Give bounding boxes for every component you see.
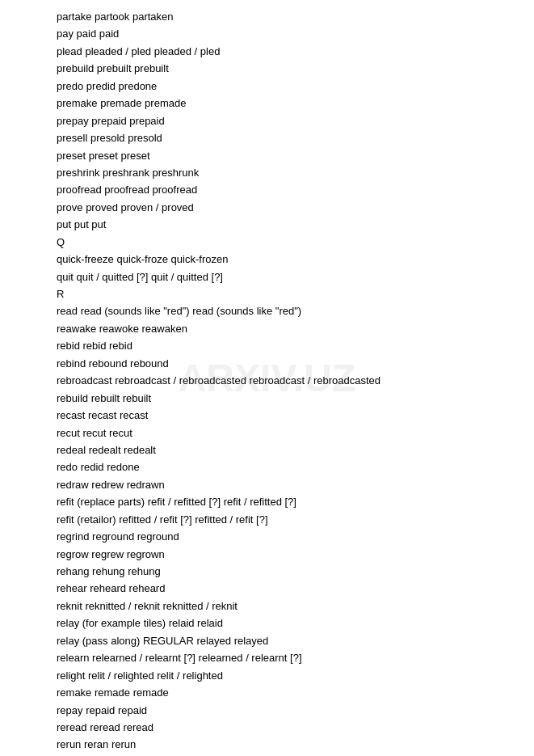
- word-entry: quick-freeze quick-froze quick-frozen: [57, 251, 486, 268]
- word-entry: reread reread reread: [57, 719, 486, 736]
- word-entry: repay repaid repaid: [57, 702, 486, 719]
- word-entry: rerun reran rerun: [57, 736, 486, 753]
- word-entry: reawake reawoke reawaken: [57, 320, 486, 337]
- word-entry: Q: [57, 234, 486, 251]
- word-entry: pay paid paid: [57, 25, 486, 42]
- word-entry: relay (for example tiles) relaid relaid: [57, 615, 486, 631]
- word-entry: rebuild rebuilt rebuilt: [57, 390, 486, 407]
- word-entry: read read (sounds like "red") read (soun…: [57, 302, 486, 319]
- word-entry: recut recut recut: [57, 424, 486, 441]
- word-entry: proofread proofread proofread: [57, 181, 486, 198]
- word-entry: quit quit / quitted [?] quit / quitted […: [57, 268, 486, 285]
- word-entry: redeal redealt redealt: [57, 441, 486, 458]
- word-entry: rebid rebid rebid: [57, 337, 486, 354]
- word-entry: prove proved proven / proved: [57, 199, 486, 216]
- word-entry: preshrink preshrank preshrunk: [57, 164, 486, 181]
- word-entry: redo redid redone: [57, 458, 486, 475]
- word-entry: regrind reground reground: [57, 528, 486, 545]
- word-entry: redraw redrew redrawn: [57, 476, 486, 493]
- word-entry: plead pleaded / pled pleaded / pled: [57, 43, 486, 60]
- word-entry: R: [57, 285, 486, 302]
- word-entry: rebind rebound rebound: [57, 355, 486, 372]
- word-entry: predo predid predone: [57, 78, 486, 95]
- word-entry: relearn relearned / relearnt [?] relearn…: [57, 649, 486, 666]
- word-entry: rehang rehung rehung: [57, 563, 486, 580]
- word-entry: recast recast recast: [57, 407, 486, 424]
- word-entry: rehear reheard reheard: [57, 580, 486, 597]
- word-entry: refit (replace parts) refit / refitted […: [57, 493, 486, 510]
- word-entry: prepay prepaid prepaid: [57, 112, 486, 129]
- word-entry: remake remade remade: [57, 684, 486, 701]
- word-entry: premake premade premade: [57, 95, 486, 112]
- word-entry: relight relit / relighted relit / religh…: [57, 667, 486, 684]
- word-entry: reknit reknitted / reknit reknitted / re…: [57, 598, 486, 615]
- word-entry: preset preset preset: [57, 147, 486, 164]
- word-entry: presell presold presold: [57, 129, 486, 146]
- word-entry: put put put: [57, 216, 486, 233]
- main-content: ARXIV.UZ partake partook partakenpay pai…: [57, 8, 486, 756]
- word-entry: relay (pass along) REGULAR relayed relay…: [57, 632, 486, 649]
- word-entry: refit (retailor) refitted / refit [?] re…: [57, 511, 486, 528]
- word-entry: rebroadcast rebroadcast / rebroadcasted …: [57, 372, 486, 389]
- word-entry: partake partook partaken: [57, 8, 486, 25]
- word-entry: regrow regrew regrown: [57, 546, 486, 563]
- word-entry: prebuild prebuilt prebuilt: [57, 60, 486, 77]
